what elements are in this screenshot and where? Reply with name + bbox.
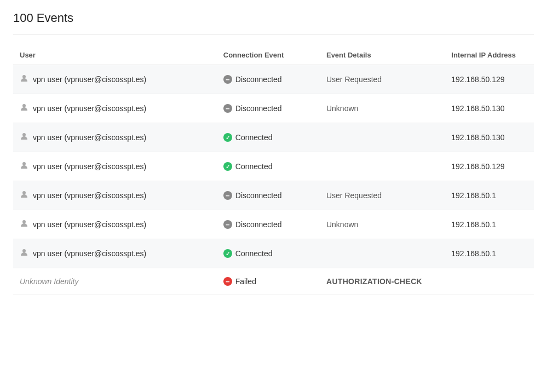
table-header-row: User Connection Event Event Details Inte… [13,45,534,65]
event-details-cell [320,239,445,268]
internal-ip-cell: 192.168.50.130 [445,94,534,123]
user-icon [20,103,28,114]
connection-event-label: Connected [235,162,273,171]
user-name: vpn user (vpnuser@ciscosspt.es) [33,75,146,84]
svg-point-1 [22,104,26,107]
status-icon-disconnected [223,220,232,229]
internal-ip-cell: 192.168.50.129 [445,152,534,181]
table-row: vpn user (vpnuser@ciscosspt.es)Connected… [13,239,534,268]
svg-point-2 [22,133,26,136]
column-header-event-details: Event Details [320,45,445,65]
connection-event-label: Disconnected [235,75,282,84]
connection-event-label: Disconnected [235,104,282,113]
user-name: vpn user (vpnuser@ciscosspt.es) [33,249,146,258]
user-cell: vpn user (vpnuser@ciscosspt.es) [13,123,217,152]
column-header-internal-ip: Internal IP Address [445,45,534,65]
page-title: 100 Events [13,11,534,34]
user-cell: vpn user (vpnuser@ciscosspt.es) [13,65,217,94]
svg-point-3 [22,162,26,165]
user-cell: vpn user (vpnuser@ciscosspt.es) [13,94,217,123]
table-row: vpn user (vpnuser@ciscosspt.es)Connected… [13,123,534,152]
svg-point-6 [22,249,26,252]
event-details-cell: AUTHORIZATION-CHECK [320,268,445,295]
internal-ip-cell [445,268,534,295]
table-row: vpn user (vpnuser@ciscosspt.es)Disconnec… [13,181,534,210]
connection-event-cell: Connected [217,152,320,181]
connection-event-label: Connected [235,133,273,142]
connection-event-label: Failed [235,277,256,286]
user-icon [20,132,28,143]
internal-ip-cell: 192.168.50.1 [445,181,534,210]
connection-event-cell: Connected [217,123,320,152]
user-icon [20,74,28,85]
table-row: Unknown IdentityFailedAUTHORIZATION-CHEC… [13,268,534,295]
table-row: vpn user (vpnuser@ciscosspt.es)Disconnec… [13,94,534,123]
user-icon [20,190,28,201]
svg-point-4 [22,191,26,194]
user-name: vpn user (vpnuser@ciscosspt.es) [33,104,146,113]
connection-event-cell: Disconnected [217,65,320,94]
svg-point-0 [22,75,26,78]
connection-event-label: Connected [235,249,273,258]
user-cell: vpn user (vpnuser@ciscosspt.es) [13,152,217,181]
auth-check-label: AUTHORIZATION-CHECK [326,277,422,286]
user-icon [20,248,28,259]
internal-ip-cell: 192.168.50.129 [445,65,534,94]
event-details-cell: Unknown [320,210,445,239]
status-icon-connected [223,133,232,142]
connection-event-cell: Disconnected [217,94,320,123]
connection-event-cell: Connected [217,239,320,268]
status-icon-disconnected [223,104,232,113]
event-details-cell: User Requested [320,181,445,210]
unknown-identity-label: Unknown Identity [20,277,78,286]
user-name: vpn user (vpnuser@ciscosspt.es) [33,162,146,171]
internal-ip-cell: 192.168.50.130 [445,123,534,152]
connection-event-label: Disconnected [235,220,282,229]
status-icon-disconnected [223,191,232,200]
column-header-connection-event: Connection Event [217,45,320,65]
status-icon-connected [223,249,232,258]
status-icon-failed [223,277,232,286]
user-cell: Unknown Identity [13,268,217,295]
user-icon [20,161,28,172]
connection-event-label: Disconnected [235,191,282,200]
event-details-cell: User Requested [320,65,445,94]
user-name: vpn user (vpnuser@ciscosspt.es) [33,220,146,229]
table-row: vpn user (vpnuser@ciscosspt.es)Connected… [13,152,534,181]
user-name: vpn user (vpnuser@ciscosspt.es) [33,191,146,200]
connection-event-cell: Disconnected [217,210,320,239]
status-icon-disconnected [223,75,232,84]
event-details-cell [320,123,445,152]
user-cell: vpn user (vpnuser@ciscosspt.es) [13,181,217,210]
user-cell: vpn user (vpnuser@ciscosspt.es) [13,239,217,268]
connection-event-cell: Failed [217,268,320,295]
events-table: User Connection Event Event Details Inte… [13,45,534,295]
event-details-cell [320,152,445,181]
table-row: vpn user (vpnuser@ciscosspt.es)Disconnec… [13,210,534,239]
internal-ip-cell: 192.168.50.1 [445,210,534,239]
user-name: vpn user (vpnuser@ciscosspt.es) [33,133,146,142]
connection-event-cell: Disconnected [217,181,320,210]
column-header-user: User [13,45,217,65]
page-container: 100 Events User Connection Event Event D… [0,0,547,306]
svg-point-5 [22,220,26,223]
user-icon [20,219,28,230]
user-cell: vpn user (vpnuser@ciscosspt.es) [13,210,217,239]
internal-ip-cell: 192.168.50.1 [445,239,534,268]
status-icon-connected [223,162,232,171]
event-details-cell: Unknown [320,94,445,123]
table-row: vpn user (vpnuser@ciscosspt.es)Disconnec… [13,65,534,94]
